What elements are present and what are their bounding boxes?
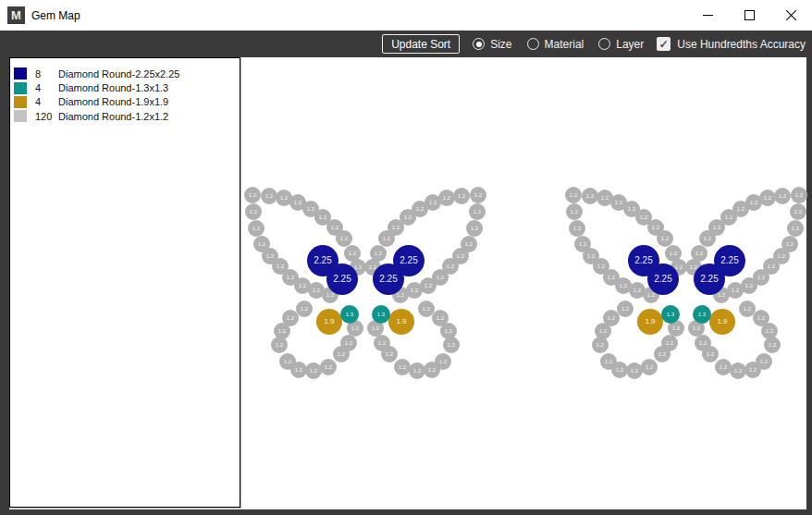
legend-name: Diamond Round-1.9x1.9	[58, 96, 236, 107]
legend-name: Diamond Round-1.3x1.3	[58, 82, 236, 93]
legend-count: 120	[35, 111, 58, 122]
checkbox-label: Use Hundredths Accuracy	[677, 38, 806, 51]
minimize-icon	[703, 15, 713, 16]
legend-count: 4	[35, 82, 58, 93]
radio-circle-icon	[527, 38, 539, 50]
radio-layer[interactable]: Layer	[598, 38, 644, 51]
legend-count: 8	[35, 68, 58, 80]
update-sort-button[interactable]: Update Sort	[382, 34, 460, 54]
use-hundredths-accuracy-checkbox[interactable]: ✓ Use Hundredths Accuracy	[657, 37, 806, 51]
gem-map-window: M Gem Map Update Sort SizeMaterialLayer …	[0, 0, 812, 515]
title-bar: M Gem Map	[0, 0, 812, 31]
radio-size[interactable]: Size	[473, 38, 511, 51]
legend-swatch	[14, 82, 27, 94]
legend-count: 4	[35, 96, 58, 107]
window-controls	[687, 0, 812, 31]
radio-label: Material	[545, 38, 584, 51]
legend-panel: 8Diamond Round-2.25x2.254Diamond Round-1…	[9, 57, 240, 508]
app-icon: M	[7, 6, 25, 24]
legend-row: 8Diamond Round-2.25x2.25	[14, 67, 236, 80]
radio-circle-icon	[473, 38, 485, 50]
checkbox-check-icon: ✓	[657, 37, 671, 51]
legend-name: Diamond Round-2.25x2.25	[58, 68, 236, 80]
maximize-button[interactable]	[729, 0, 770, 31]
radio-material[interactable]: Material	[527, 38, 584, 51]
sort-radio-group: SizeMaterialLayer	[473, 38, 644, 51]
radio-circle-icon	[598, 38, 610, 50]
window-title: Gem Map	[31, 9, 80, 22]
legend-swatch	[14, 67, 27, 80]
toolbar: Update Sort SizeMaterialLayer ✓ Use Hund…	[0, 31, 812, 57]
legend-row: 4Diamond Round-1.9x1.9	[14, 95, 236, 109]
radio-label: Layer	[616, 38, 644, 51]
legend-swatch	[14, 96, 27, 108]
close-button[interactable]	[770, 0, 812, 31]
legend-name: Diamond Round-1.2x1.2	[58, 111, 236, 122]
radio-label: Size	[490, 38, 511, 51]
legend-swatch	[14, 110, 27, 122]
legend-row: 120Diamond Round-1.2x1.2	[14, 109, 236, 123]
minimize-button[interactable]	[687, 0, 729, 31]
close-icon	[785, 9, 797, 21]
maximize-icon	[744, 10, 755, 20]
legend-row: 4Diamond Round-1.3x1.3	[14, 80, 236, 94]
